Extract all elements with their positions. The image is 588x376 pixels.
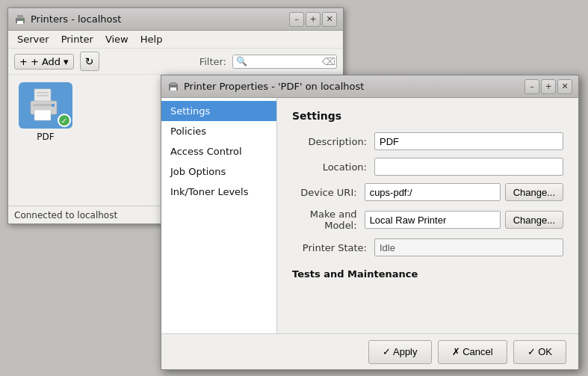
printer-state-input bbox=[374, 238, 563, 256]
svg-rect-8 bbox=[33, 104, 55, 106]
menu-printer[interactable]: Printer bbox=[55, 32, 99, 46]
svg-point-9 bbox=[52, 104, 55, 107]
props-maximize-button[interactable]: + bbox=[541, 79, 556, 94]
printer-state-row: Printer State: bbox=[292, 238, 563, 256]
sidebar-item-ink-toner[interactable]: Ink/Toner Levels bbox=[161, 182, 276, 202]
device-uri-row: Device URI: Change... bbox=[292, 183, 563, 201]
make-model-change-button[interactable]: Change... bbox=[505, 211, 563, 229]
location-input[interactable] bbox=[374, 158, 563, 176]
description-input[interactable] bbox=[374, 132, 563, 150]
description-row: Description: bbox=[292, 132, 563, 150]
add-dropdown-icon: ▾ bbox=[64, 56, 69, 67]
sidebar-item-access-control[interactable]: Access Control bbox=[161, 141, 276, 161]
status-text: Connected to localhost bbox=[14, 210, 117, 221]
pdf-printer-item[interactable]: ✓ PDF bbox=[16, 82, 75, 142]
props-close-button[interactable]: ✕ bbox=[557, 79, 572, 94]
props-minimize-button[interactable]: – bbox=[524, 79, 539, 94]
add-icon: + bbox=[19, 56, 28, 67]
device-uri-input[interactable] bbox=[365, 183, 501, 201]
props-sidebar: Settings Policies Access Control Job Opt… bbox=[161, 98, 277, 333]
svg-rect-1 bbox=[17, 15, 23, 19]
props-title-icon bbox=[167, 81, 179, 93]
svg-rect-5 bbox=[37, 92, 49, 93]
add-button[interactable]: + + Add ▾ bbox=[14, 54, 74, 70]
printers-menubar: Server Printer View Help bbox=[8, 31, 343, 49]
props-title: Printer Properties - 'PDF' on localhost bbox=[184, 81, 364, 92]
maintenance-title: Tests and Maintenance bbox=[292, 268, 563, 280]
close-button[interactable]: ✕ bbox=[322, 12, 337, 27]
location-label: Location: bbox=[292, 161, 374, 173]
printer-status-badge: ✓ bbox=[58, 114, 71, 127]
clear-filter-icon[interactable]: ⌫ bbox=[322, 56, 335, 67]
filter-input[interactable] bbox=[247, 56, 322, 67]
filter-input-wrap: 🔍 ⌫ bbox=[232, 55, 337, 69]
apply-button[interactable]: ✓ Apply bbox=[368, 340, 431, 364]
device-uri-field-group: Change... bbox=[365, 183, 563, 201]
search-icon: 🔍 bbox=[236, 56, 247, 67]
add-label: + Add bbox=[31, 56, 61, 67]
svg-rect-12 bbox=[170, 82, 176, 85]
sidebar-item-settings[interactable]: Settings bbox=[161, 101, 276, 121]
svg-rect-6 bbox=[37, 95, 49, 96]
sidebar-item-policies[interactable]: Policies bbox=[161, 121, 276, 141]
printer-state-label: Printer State: bbox=[292, 242, 374, 253]
make-model-field-group: Change... bbox=[365, 211, 563, 229]
svg-point-3 bbox=[22, 19, 23, 21]
maximize-button[interactable]: + bbox=[306, 12, 321, 27]
printers-title: Printers - localhost bbox=[31, 13, 121, 25]
props-titlebar: Printer Properties - 'PDF' on localhost … bbox=[161, 75, 578, 98]
svg-rect-2 bbox=[17, 21, 23, 24]
description-label: Description: bbox=[292, 136, 374, 147]
printers-titlebar: Printers - localhost – + ✕ bbox=[8, 8, 343, 31]
menu-server[interactable]: Server bbox=[11, 32, 55, 46]
minimize-button[interactable]: – bbox=[289, 12, 304, 27]
pdf-printer-icon-bg: ✓ bbox=[19, 82, 72, 129]
props-body: Settings Policies Access Control Job Opt… bbox=[161, 98, 578, 333]
device-uri-change-button[interactable]: Change... bbox=[505, 183, 563, 201]
pdf-printer-label: PDF bbox=[37, 132, 54, 142]
location-row: Location: bbox=[292, 158, 563, 176]
props-window: Printer Properties - 'PDF' on localhost … bbox=[161, 75, 579, 370]
filter-label: Filter: bbox=[199, 56, 226, 67]
refresh-button[interactable]: ↻ bbox=[80, 52, 99, 71]
svg-rect-13 bbox=[170, 87, 176, 90]
sidebar-item-job-options[interactable]: Job Options bbox=[161, 161, 276, 182]
props-footer: ✓ Apply ✗ Cancel ✓ OK bbox=[161, 333, 578, 369]
printers-toolbar: + + Add ▾ ↻ Filter: 🔍 ⌫ bbox=[8, 49, 343, 75]
device-uri-label: Device URI: bbox=[292, 187, 365, 198]
make-model-input[interactable] bbox=[365, 211, 501, 229]
svg-rect-10 bbox=[34, 110, 51, 120]
props-main: Settings Description: Location: Device U… bbox=[277, 98, 578, 333]
menu-help[interactable]: Help bbox=[134, 32, 169, 46]
ok-button[interactable]: ✓ OK bbox=[513, 340, 566, 364]
make-model-row: Make and Model: Change... bbox=[292, 209, 563, 231]
menu-view[interactable]: View bbox=[99, 32, 134, 46]
settings-section-title: Settings bbox=[292, 110, 563, 122]
make-model-label: Make and Model: bbox=[292, 209, 365, 231]
cancel-button[interactable]: ✗ Cancel bbox=[438, 340, 507, 364]
printers-title-icon bbox=[14, 13, 26, 25]
